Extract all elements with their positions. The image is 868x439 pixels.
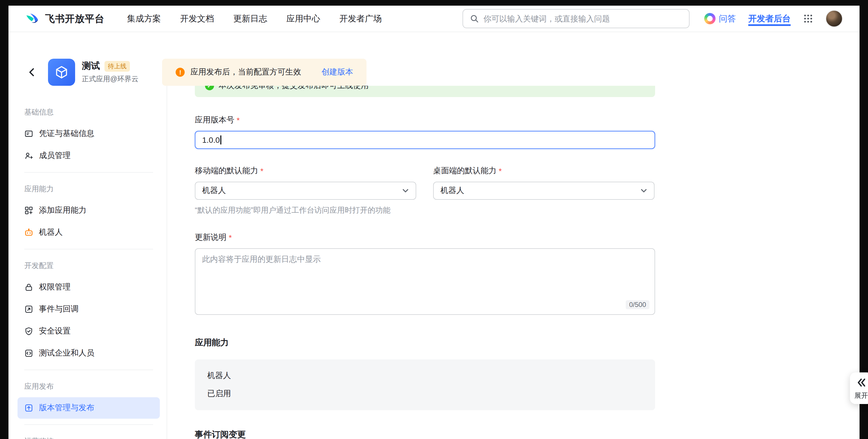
- default-capability-row: 移动端的默认能力 * 机器人 桌面端的默认能力 *: [195, 166, 860, 200]
- mobile-capability-select[interactable]: 机器人: [195, 182, 416, 200]
- back-button[interactable]: [25, 65, 39, 79]
- desktop-capability-select[interactable]: 机器人: [433, 182, 654, 200]
- chevron-left-icon: [27, 67, 37, 77]
- app-meta: 测试 待上线 正式应用@环界云: [82, 60, 138, 84]
- credential-icon: [24, 129, 33, 138]
- code-brackets-icon: [24, 349, 33, 358]
- feishu-logo-icon: [25, 11, 41, 26]
- required-asterisk: *: [260, 166, 264, 175]
- capability-name: 机器人: [207, 371, 643, 381]
- text-caret: [220, 135, 221, 144]
- shield-icon: [24, 327, 33, 336]
- top-navbar: 飞书开放平台 集成方案 开发文档 更新日志 应用中心 开发者广场 问答: [8, 6, 860, 32]
- changelog-textarea[interactable]: [195, 248, 655, 315]
- publish-icon: [24, 403, 33, 412]
- app-context-bar: 测试 待上线 正式应用@环界云 ! 应用发布后，当前配置方可生效 创建版本: [8, 32, 860, 86]
- desktop-capability-label: 桌面端的默认能力: [433, 166, 496, 176]
- sidebar-section-capability: 应用能力: [18, 184, 160, 194]
- sidebar-section-ops: 运营监控: [18, 436, 160, 439]
- sidebar-item-label: 安全设置: [39, 326, 70, 336]
- version-input-value: 1.0.0: [202, 135, 220, 144]
- apps-grid-icon[interactable]: [803, 13, 813, 24]
- char-counter: 0/500: [626, 300, 649, 309]
- nav-item-changelog[interactable]: 更新日志: [233, 13, 267, 24]
- sidebar-item-test-org[interactable]: 测试企业和人员: [18, 342, 160, 364]
- header-right-cluster: 问答 开发者后台: [704, 6, 843, 32]
- warning-icon: !: [176, 68, 185, 77]
- event-callback-icon: [24, 305, 33, 314]
- changelog-label-row: 更新说明 *: [195, 233, 860, 243]
- notice-text: 应用发布后，当前配置方可生效: [190, 67, 301, 77]
- version-field-label-row: 应用版本号 *: [195, 115, 860, 125]
- sidebar-divider: [24, 370, 153, 370]
- tab-developer-console[interactable]: 开发者后台: [748, 11, 790, 26]
- version-input[interactable]: 1.0.0: [195, 131, 655, 149]
- robot-icon: [24, 228, 33, 237]
- brand-logo[interactable]: 飞书开放平台: [25, 6, 104, 32]
- nav-item-dev-square[interactable]: 开发者广场: [339, 13, 382, 24]
- sidebar: 基础信息 凭证与基础信息 成员管理 应用能力: [8, 86, 167, 439]
- app-icon: [48, 59, 75, 86]
- primary-nav: 集成方案 开发文档 更新日志 应用中心 开发者广场: [127, 6, 382, 32]
- content-area: 基础信息 凭证与基础信息 成员管理 应用能力: [8, 86, 860, 439]
- publish-notice-banner: ! 应用发布后，当前配置方可生效 创建版本: [162, 59, 367, 86]
- sidebar-item-permissions[interactable]: 权限管理: [18, 276, 160, 298]
- main-panel: ✓ 本次发布免审核，提交发布后即可上线使用 应用版本号 * 1.0.0 移动端的…: [167, 86, 860, 439]
- sidebar-item-label: 测试企业和人员: [39, 348, 94, 358]
- qa-gradient-ring-icon: [704, 13, 715, 24]
- search-input[interactable]: [484, 14, 682, 23]
- sidebar-item-add-capability[interactable]: 添加应用能力: [18, 200, 160, 221]
- sidebar-item-label: 版本管理与发布: [39, 403, 94, 413]
- sidebar-item-label: 添加应用能力: [39, 205, 86, 215]
- sidebar-section-devconfig: 开发配置: [18, 261, 160, 271]
- qa-label: 问答: [719, 13, 736, 24]
- cube-icon: [54, 64, 69, 80]
- sidebar-item-bot[interactable]: 机器人: [18, 222, 160, 243]
- sidebar-item-security[interactable]: 安全设置: [18, 320, 160, 342]
- feishu-open-platform-page: 飞书开放平台 集成方案 开发文档 更新日志 应用中心 开发者广场 问答: [8, 6, 860, 439]
- chevron-down-icon: [641, 187, 647, 194]
- changelog-label: 更新说明: [195, 233, 226, 243]
- success-banner: ✓ 本次发布免审核，提交发布后即可上线使用: [195, 86, 655, 97]
- event-subscription-heading: 事件订阅变更: [195, 430, 860, 439]
- sidebar-divider: [24, 172, 153, 173]
- success-check-icon: ✓: [205, 86, 214, 90]
- sidebar-item-credentials[interactable]: 凭证与基础信息: [18, 123, 160, 144]
- required-asterisk: *: [229, 233, 232, 242]
- add-capability-icon: [24, 206, 33, 215]
- mobile-capability-col: 移动端的默认能力 * 机器人: [195, 166, 416, 200]
- create-version-link[interactable]: 创建版本: [321, 67, 353, 77]
- mobile-capability-label: 移动端的默认能力: [195, 166, 258, 176]
- expand-label: 展开: [855, 391, 868, 401]
- nav-item-docs[interactable]: 开发文档: [180, 13, 214, 24]
- browser-viewport: 飞书开放平台 集成方案 开发文档 更新日志 应用中心 开发者广场 问答: [0, 0, 868, 439]
- sidebar-divider: [24, 249, 153, 249]
- expand-panel-button[interactable]: 展开: [850, 372, 868, 404]
- nav-item-app-center[interactable]: 应用中心: [286, 13, 320, 24]
- sidebar-section-basic: 基础信息: [18, 107, 160, 117]
- sidebar-item-events[interactable]: 事件与回调: [18, 299, 160, 320]
- sidebar-item-version-release[interactable]: 版本管理与发布: [18, 397, 160, 419]
- lock-icon: [24, 283, 33, 292]
- global-search-box[interactable]: [463, 9, 689, 28]
- sidebar-item-members[interactable]: 成员管理: [18, 145, 160, 166]
- sidebar-divider: [24, 424, 153, 425]
- user-avatar[interactable]: [826, 10, 843, 27]
- sidebar-item-label: 事件与回调: [39, 304, 79, 314]
- sidebar-item-label: 凭证与基础信息: [39, 129, 94, 139]
- sidebar-item-label: 成员管理: [39, 151, 70, 161]
- qa-entry[interactable]: 问答: [704, 13, 736, 24]
- version-label: 应用版本号: [195, 115, 235, 125]
- sidebar-item-label: 机器人: [39, 227, 63, 238]
- desktop-capability-col: 桌面端的默认能力 * 机器人: [433, 166, 654, 200]
- app-name: 测试: [82, 60, 100, 72]
- success-banner-text: 本次发布免审核，提交发布后即可上线使用: [219, 86, 369, 91]
- changelog-textarea-wrap: 0/500: [195, 248, 655, 315]
- required-asterisk: *: [499, 166, 502, 175]
- nav-item-integration[interactable]: 集成方案: [127, 13, 161, 24]
- sidebar-section-release: 应用发布: [18, 381, 160, 392]
- required-asterisk: *: [237, 116, 240, 125]
- capability-summary-box: 机器人 已启用: [195, 360, 655, 410]
- app-subtitle: 正式应用@环界云: [82, 74, 138, 84]
- capability-section-heading: 应用能力: [195, 337, 860, 348]
